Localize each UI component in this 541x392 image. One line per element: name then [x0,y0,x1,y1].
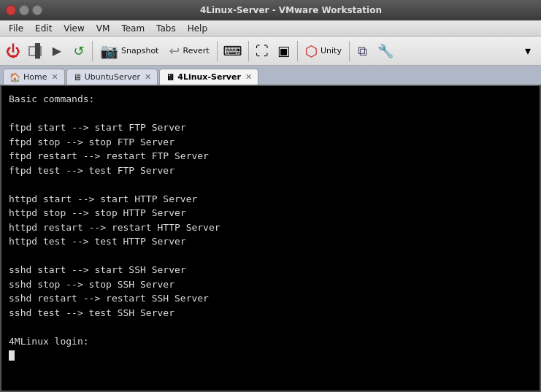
maximize-button[interactable] [32,5,42,15]
4linux-tab-icon: 🖥 [166,72,174,82]
send-ctrlaltdel-button[interactable]: ⌨ [220,38,245,64]
window-controls[interactable] [6,5,42,15]
power-button[interactable]: ⏻ [3,38,23,64]
tabs-bar: 🏠 Home ✕ 🖥 UbuntuServer ✕ 🖥 4Linux-Serve… [0,66,541,85]
toolbar-sep3 [248,41,249,61]
settings-icon: 🔧 [377,43,394,58]
cursor [9,350,15,361]
tab-4linux[interactable]: 🖥 4Linux-Server ✕ [159,69,258,85]
toolbar-sep4 [297,41,298,61]
minimize-button[interactable] [19,5,29,15]
suspend-button[interactable]: ▐ [25,38,45,64]
terminal-content: Basic commands: ftpd start --> start FTP… [9,92,532,348]
clone-button[interactable]: ⧉ [353,38,373,64]
keyboard-icon: ⌨ [223,43,242,58]
toolbar-sep1 [92,41,93,61]
clone-icon: ⧉ [358,43,367,59]
menu-view[interactable]: View [58,22,90,35]
resume-icon: ▶ [53,44,61,58]
terminal[interactable]: Basic commands: ftpd start --> start FTP… [0,85,541,392]
tab-ubuntu[interactable]: 🖥 UbuntuServer ✕ [66,69,158,85]
menu-vm[interactable]: VM [91,22,116,35]
snapshot-icon: 📷 [100,42,118,60]
more-button[interactable]: ▾ [518,38,538,64]
refresh-icon: ↺ [73,43,84,58]
ubuntu-tab-icon: 🖥 [73,72,82,82]
fit-button[interactable]: ▣ [274,38,294,64]
fullscreen-button[interactable]: ⛶ [252,38,272,64]
fit-icon: ▣ [277,43,290,58]
title-bar: 4Linux-Server - VMware Workstation [0,0,541,20]
menu-file[interactable]: File [3,22,29,35]
menu-edit[interactable]: Edit [29,22,58,35]
close-button[interactable] [6,5,16,15]
window-title: 4Linux-Server - VMware Workstation [47,5,535,15]
revert-icon: ↩ [169,43,180,58]
revert-label: Revert [183,46,210,55]
menu-bar: File Edit View VM Team Tabs Help [0,20,541,36]
refresh-button[interactable]: ↺ [69,38,89,64]
4linux-tab-close[interactable]: ✕ [245,72,252,82]
ubuntu-tab-label: UbuntuServer [85,72,140,82]
more-icon: ▾ [525,44,531,58]
ubuntu-tab-close[interactable]: ✕ [145,72,151,82]
tab-home[interactable]: 🏠 Home ✕ [3,69,65,85]
4linux-tab-label: 4Linux-Server [177,72,241,82]
home-tab-icon: 🏠 [9,72,20,82]
unity-button[interactable]: ⬡ Unity [301,38,346,64]
fullscreen-icon: ⛶ [256,43,269,58]
menu-team[interactable]: Team [115,22,150,35]
snapshot-label: Snapshot [121,46,158,55]
unity-icon: ⬡ [305,42,318,60]
resume-button[interactable]: ▶ [47,38,67,64]
home-tab-close[interactable]: ✕ [51,72,58,82]
home-tab-label: Home [23,72,47,82]
menu-tabs[interactable]: Tabs [150,22,182,35]
revert-button[interactable]: ↩ Revert [164,38,213,64]
toolbar: ⏻ ▐ ▶ ↺ 📷 Snapshot ↩ Revert ⌨ ⛶ ▣ ⬡ Unit… [0,36,541,66]
power-icon: ⏻ [6,42,20,60]
toolbar-sep2 [217,41,218,61]
snapshot-button[interactable]: 📷 Snapshot [96,38,163,64]
toolbar-sep5 [349,41,350,61]
suspend-icon: ▐ [28,46,42,56]
settings-button[interactable]: 🔧 [375,38,396,64]
unity-label: Unity [321,46,342,55]
menu-help[interactable]: Help [182,22,213,35]
